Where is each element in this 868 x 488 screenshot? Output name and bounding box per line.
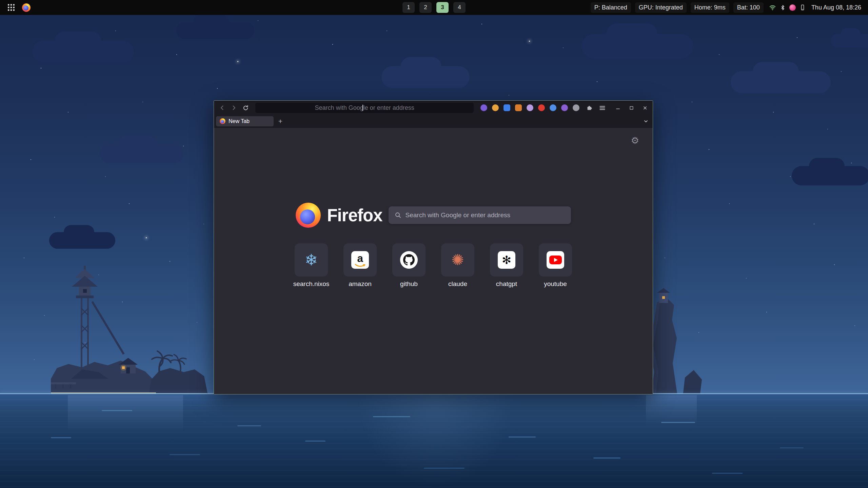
wave bbox=[170, 454, 200, 455]
claude-starburst-icon: ✺ bbox=[452, 252, 464, 267]
tab-title: New Tab bbox=[229, 118, 250, 124]
status-battery: Bat: 100 bbox=[733, 2, 764, 13]
cloud bbox=[32, 41, 134, 63]
wave bbox=[780, 447, 804, 448]
toolbar-menu-group bbox=[584, 103, 607, 113]
cloud bbox=[831, 34, 868, 47]
cloud bbox=[792, 166, 868, 185]
extension-icon-2[interactable] bbox=[492, 104, 499, 111]
url-bar[interactable]: Search with Google or enter address bbox=[255, 103, 474, 113]
sea-glow bbox=[356, 394, 515, 488]
wifi-icon[interactable] bbox=[769, 4, 776, 11]
shortcut-tiles: ❄ search.nixos a amazon bbox=[214, 243, 653, 288]
cliff-rock bbox=[644, 287, 705, 396]
window-controls bbox=[613, 103, 649, 112]
shortcut-claude[interactable]: ✺ claude bbox=[441, 243, 474, 288]
system-tray bbox=[769, 4, 806, 11]
wave bbox=[712, 473, 743, 474]
search-placeholder: Search with Google or enter address bbox=[406, 211, 510, 219]
extensions-puzzle-icon[interactable] bbox=[584, 103, 594, 113]
workspace-2[interactable]: 2 bbox=[419, 2, 432, 13]
cliff-reflection bbox=[646, 395, 697, 426]
reload-button[interactable] bbox=[241, 103, 251, 113]
personalize-gear-icon[interactable]: ⚙ bbox=[631, 136, 639, 145]
close-button[interactable] bbox=[640, 103, 649, 112]
newtab-search-input[interactable]: Search with Google or enter address bbox=[389, 206, 571, 224]
text-caret bbox=[362, 105, 363, 111]
url-bar-placeholder: Search with Google or enter address bbox=[315, 104, 414, 111]
github-octocat-icon bbox=[400, 251, 418, 269]
search-icon bbox=[395, 212, 401, 219]
clock[interactable]: Thu Aug 08, 18:26 bbox=[811, 4, 863, 11]
new-tab-page: ⚙ Firefox Search with Google or enter ad… bbox=[214, 128, 653, 394]
status-area: P: Balanced GPU: Integrated Home: 9ms Ba… bbox=[591, 2, 863, 13]
maximize-button[interactable] bbox=[627, 103, 636, 112]
extension-icon-1[interactable] bbox=[480, 104, 487, 111]
cloud bbox=[381, 66, 470, 88]
wave bbox=[424, 468, 465, 469]
display-icon[interactable] bbox=[799, 4, 806, 11]
island-watchtower bbox=[51, 264, 214, 396]
firefox-favicon bbox=[220, 118, 225, 124]
cloud bbox=[581, 34, 693, 59]
extension-icon-6[interactable] bbox=[538, 104, 545, 111]
sparkle-star bbox=[529, 41, 530, 42]
hamburger-menu-icon[interactable] bbox=[597, 103, 607, 113]
workspace-3-active[interactable]: 3 bbox=[436, 2, 449, 13]
wave bbox=[661, 422, 695, 423]
firefox-window: Search with Google or enter address bbox=[214, 100, 653, 394]
new-tab-button[interactable]: + bbox=[276, 117, 285, 126]
sparkle-star bbox=[146, 237, 147, 238]
extension-icon-7[interactable] bbox=[550, 104, 556, 111]
extension-icon-8[interactable] bbox=[561, 104, 568, 111]
app-launcher-grid-icon[interactable] bbox=[5, 2, 17, 13]
minimize-button[interactable] bbox=[613, 103, 622, 112]
cloud bbox=[731, 71, 831, 93]
workspace-1[interactable]: 1 bbox=[402, 2, 415, 13]
cloud bbox=[49, 232, 115, 249]
firefox-wordmark: Firefox bbox=[327, 205, 382, 225]
extension-icon-9[interactable] bbox=[573, 104, 579, 111]
shortcut-search-nixos[interactable]: ❄ search.nixos bbox=[295, 243, 328, 288]
media-indicator-icon[interactable] bbox=[789, 4, 796, 11]
cloud bbox=[176, 22, 254, 39]
firefox-logo bbox=[296, 203, 321, 228]
wave bbox=[305, 441, 326, 442]
shortcut-github[interactable]: github bbox=[392, 243, 426, 288]
list-all-tabs-chevron-icon[interactable] bbox=[641, 117, 651, 126]
wave bbox=[102, 410, 132, 411]
tab-new-tab[interactable]: New Tab bbox=[216, 116, 274, 126]
extension-icon-4[interactable] bbox=[515, 104, 522, 111]
wave bbox=[237, 425, 261, 426]
extension-icons bbox=[480, 104, 579, 111]
firefox-taskbar-icon[interactable] bbox=[20, 2, 32, 13]
shortcut-chatgpt[interactable]: ✻ chatgpt bbox=[490, 243, 523, 288]
tab-bar: New Tab + bbox=[214, 115, 653, 128]
cloud bbox=[100, 144, 183, 163]
sparkle-star bbox=[237, 61, 238, 62]
wave bbox=[51, 437, 71, 438]
forward-button[interactable] bbox=[229, 103, 239, 113]
workspace-4[interactable]: 4 bbox=[453, 2, 466, 13]
status-gpu: GPU: Integrated bbox=[635, 2, 687, 13]
wave bbox=[509, 436, 536, 438]
youtube-play-icon bbox=[547, 251, 564, 269]
extension-icon-5[interactable] bbox=[527, 104, 533, 111]
newtab-hero: Firefox Search with Google or enter addr… bbox=[214, 199, 653, 231]
amazon-logo-icon: a bbox=[351, 251, 369, 269]
status-ping: Home: 9ms bbox=[691, 2, 729, 13]
island-reflection bbox=[68, 395, 183, 432]
extension-icon-3[interactable] bbox=[504, 104, 510, 111]
wave bbox=[593, 458, 620, 459]
top-status-bar: 1 2 3 4 P: Balanced GPU: Integrated Home… bbox=[0, 0, 868, 15]
shortcut-amazon[interactable]: a amazon bbox=[343, 243, 377, 288]
shortcut-youtube[interactable]: youtube bbox=[539, 243, 572, 288]
workspace-switcher: 1 2 3 4 bbox=[402, 2, 466, 13]
status-power-profile: P: Balanced bbox=[591, 2, 631, 13]
openai-logo-icon: ✻ bbox=[498, 251, 515, 269]
back-button[interactable] bbox=[217, 103, 227, 113]
bluetooth-icon[interactable] bbox=[780, 4, 786, 11]
navigation-toolbar: Search with Google or enter address bbox=[214, 101, 653, 115]
wave bbox=[373, 416, 410, 417]
nixos-snowflake-icon: ❄ bbox=[305, 252, 318, 268]
